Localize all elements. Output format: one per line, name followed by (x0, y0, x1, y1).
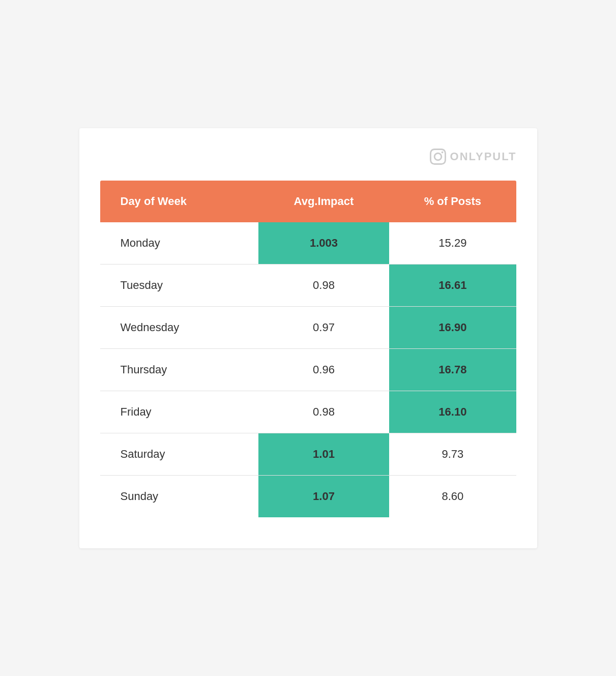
table-row: Tuesday0.9816.61 (100, 264, 516, 306)
cell-day: Wednesday (100, 306, 258, 348)
table-row: Sunday1.078.60 (100, 475, 516, 517)
table-row: Saturday1.019.73 (100, 433, 516, 475)
cell-posts: 16.78 (389, 348, 516, 391)
table-row: Wednesday0.9716.90 (100, 306, 516, 348)
cell-impact: 1.01 (258, 433, 390, 475)
brand-name: ONLYPULT (450, 150, 517, 163)
cell-posts: 16.90 (389, 306, 516, 348)
cell-day: Tuesday (100, 264, 258, 306)
instagram-icon (430, 149, 446, 165)
col-header-day: Day of Week (100, 180, 258, 222)
col-header-impact: Avg.Impact (258, 180, 390, 222)
table-row: Friday0.9816.10 (100, 391, 516, 433)
cell-posts: 8.60 (389, 475, 516, 517)
table-row: Thursday0.9616.78 (100, 348, 516, 391)
page-wrapper: ONLYPULT Day of Week Avg.Impact % of Pos… (79, 128, 537, 548)
cell-impact: 0.97 (258, 306, 390, 348)
cell-posts: 16.10 (389, 391, 516, 433)
cell-impact: 0.98 (258, 264, 390, 306)
cell-posts: 16.61 (389, 264, 516, 306)
cell-impact: 0.98 (258, 391, 390, 433)
data-table: Day of Week Avg.Impact % of Posts Monday… (100, 180, 517, 518)
cell-day: Friday (100, 391, 258, 433)
table-row: Monday1.00315.29 (100, 222, 516, 264)
cell-day: Thursday (100, 348, 258, 391)
cell-day: Sunday (100, 475, 258, 517)
table-header-row: Day of Week Avg.Impact % of Posts (100, 180, 516, 222)
brand-header: ONLYPULT (100, 149, 517, 165)
cell-impact: 0.96 (258, 348, 390, 391)
col-header-posts: % of Posts (389, 180, 516, 222)
cell-impact: 1.003 (258, 222, 390, 264)
cell-posts: 15.29 (389, 222, 516, 264)
cell-impact: 1.07 (258, 475, 390, 517)
cell-day: Saturday (100, 433, 258, 475)
cell-posts: 9.73 (389, 433, 516, 475)
cell-day: Monday (100, 222, 258, 264)
